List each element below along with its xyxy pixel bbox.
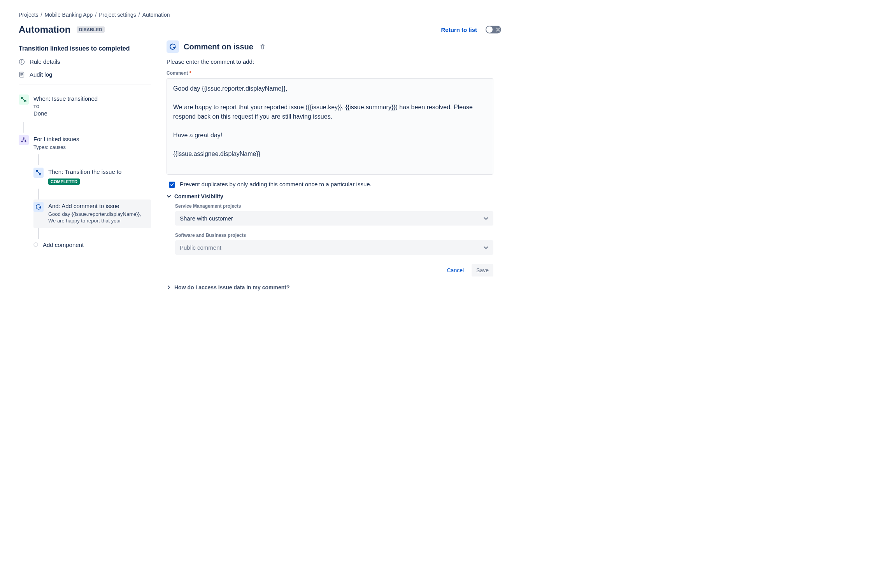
- chevron-down-icon: [483, 245, 489, 250]
- svg-point-11: [39, 204, 40, 205]
- rule-step-branch[interactable]: For Linked issues Types: causes: [19, 133, 151, 155]
- enable-rule-toggle[interactable]: [486, 26, 501, 33]
- chevron-down-icon: [483, 216, 489, 221]
- svg-rect-6: [23, 137, 25, 138]
- helper-text: Please enter the comment to add:: [167, 58, 493, 65]
- step-title: Then: Transition the issue to: [48, 168, 148, 176]
- step-title: For Linked issues: [33, 135, 148, 143]
- svg-rect-8: [25, 141, 26, 142]
- delete-component-button[interactable]: [258, 42, 267, 51]
- select-value: Public comment: [180, 244, 221, 251]
- cancel-button[interactable]: Cancel: [442, 264, 468, 276]
- add-component-label: Add component: [43, 242, 84, 248]
- sidebar-item-label: Rule details: [30, 58, 60, 65]
- sidebar-item-label: Audit log: [30, 71, 52, 78]
- prevent-duplicates-label: Prevent duplicates by only adding this c…: [180, 181, 372, 187]
- help-issue-data-toggle[interactable]: How do I access issue data in my comment…: [167, 284, 493, 290]
- breadcrumb-projects[interactable]: Projects: [19, 12, 39, 18]
- chevron-right-icon: [167, 285, 171, 290]
- visibility-sw-select[interactable]: Public comment: [175, 240, 493, 255]
- svg-point-5: [25, 100, 26, 102]
- step-title: And: Add comment to issue: [48, 202, 147, 210]
- rule-step-trigger[interactable]: When: Issue transitioned TO Done: [19, 92, 151, 122]
- visibility-title: Comment Visibility: [174, 193, 223, 200]
- add-dot-icon: [33, 242, 38, 247]
- svg-rect-2: [21, 61, 22, 63]
- info-icon: [19, 59, 25, 65]
- comment-field-label: Comment *: [167, 70, 493, 76]
- rule-step-transition[interactable]: Then: Transition the issue to COMPLETED: [33, 165, 151, 188]
- chevron-down-icon: [167, 194, 171, 199]
- step-sub: Types: causes: [33, 144, 148, 151]
- svg-point-4: [21, 97, 23, 99]
- breadcrumb-project[interactable]: Mobile Banking App: [44, 12, 93, 18]
- comment-panel-icon: [167, 40, 179, 53]
- step-sub: Done: [33, 110, 148, 117]
- step-sublabel: TO: [33, 104, 148, 109]
- rule-name: Transition linked issues to completed: [19, 45, 151, 52]
- visibility-sw-label: Software and Business projects: [175, 233, 493, 238]
- panel-title: Comment on issue: [184, 42, 253, 51]
- svg-point-10: [39, 173, 41, 175]
- breadcrumb-settings[interactable]: Project settings: [99, 12, 136, 18]
- status-lozenge: COMPLETED: [48, 178, 80, 185]
- page-title: Automation: [19, 24, 70, 35]
- breadcrumb-automation[interactable]: Automation: [142, 12, 170, 18]
- close-icon: [496, 28, 500, 32]
- prevent-duplicates-checkbox[interactable]: [169, 182, 175, 188]
- sidebar-item-audit-log[interactable]: Audit log: [19, 68, 151, 81]
- save-button[interactable]: Save: [472, 264, 493, 276]
- comment-input[interactable]: Good day {{issue.reporter.displayName}},…: [167, 78, 493, 175]
- svg-point-12: [174, 44, 175, 45]
- rule-step-comment[interactable]: And: Add comment to issue Good day {{iss…: [33, 200, 151, 228]
- help-title: How do I access issue data in my comment…: [174, 284, 289, 290]
- select-value: Share with customer: [180, 215, 233, 222]
- comment-visibility-toggle[interactable]: Comment Visibility: [167, 193, 493, 200]
- breadcrumb: Projects/ Mobile Banking App/ Project se…: [19, 12, 510, 18]
- comment-action-icon: [33, 202, 44, 212]
- svg-point-9: [36, 170, 38, 172]
- svg-point-1: [21, 60, 22, 61]
- status-badge: DISABLED: [77, 26, 104, 33]
- return-to-list-link[interactable]: Return to list: [439, 26, 480, 33]
- step-sub: Good day {{issue.reporter.displayName}},…: [48, 211, 147, 224]
- visibility-sm-label: Service Management projects: [175, 203, 493, 209]
- sidebar-item-rule-details[interactable]: Rule details: [19, 55, 151, 68]
- log-icon: [19, 72, 25, 78]
- add-component-button[interactable]: Add component: [33, 242, 151, 248]
- svg-rect-7: [21, 141, 23, 142]
- trigger-icon: [19, 94, 29, 105]
- visibility-sm-select[interactable]: Share with customer: [175, 211, 493, 226]
- step-title: When: Issue transitioned: [33, 95, 148, 103]
- transition-icon: [33, 168, 44, 178]
- branch-icon: [19, 135, 29, 145]
